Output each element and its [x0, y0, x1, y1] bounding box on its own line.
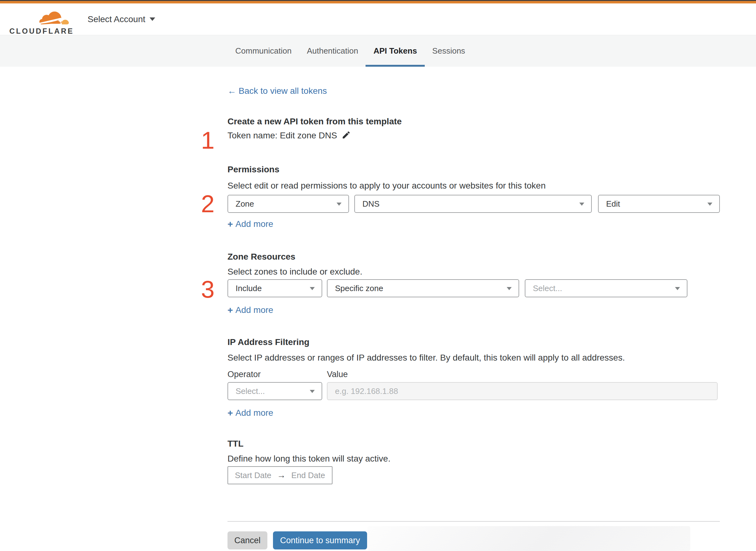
plus-icon: +: [227, 219, 233, 229]
date-range-picker[interactable]: Start Date → End Date: [227, 466, 332, 484]
back-link-label: Back to view all tokens: [239, 86, 327, 96]
start-date-placeholder: Start Date: [235, 471, 271, 480]
arrow-right-icon: →: [277, 470, 286, 480]
caret-down-icon: [707, 202, 712, 206]
nav-tabs-bar: Communication Authentication API Tokens …: [0, 35, 756, 67]
back-arrow-icon: ←: [227, 86, 236, 96]
dropdown-value: Zone: [235, 199, 254, 209]
account-selector-label: Select Account: [88, 14, 145, 24]
caret-down-icon: [310, 287, 315, 290]
dropdown-value: DNS: [362, 199, 380, 209]
account-selector[interactable]: Select Account: [88, 3, 155, 35]
permissions-heading: Permissions: [227, 164, 279, 174]
permissions-add-more-link[interactable]: + Add more: [227, 219, 273, 229]
zone-resources-add-more-link[interactable]: + Add more: [227, 305, 273, 316]
end-date-placeholder: End Date: [291, 471, 325, 480]
footer-shading: [368, 526, 690, 551]
ip-value-input[interactable]: [327, 382, 718, 400]
page: CLOUDFLARE Select Account Communication …: [0, 0, 756, 551]
cancel-button[interactable]: Cancel: [227, 531, 267, 549]
zone-resources-heading: Zone Resources: [227, 252, 295, 262]
ip-filtering-heading: IP Address Filtering: [227, 337, 309, 347]
zone-operator-dropdown[interactable]: Include: [227, 279, 322, 297]
template-title: Create a new API token from this templat…: [227, 116, 402, 126]
permissions-description: Select edit or read permissions to apply…: [227, 181, 546, 191]
zone-select-dropdown[interactable]: Select...: [525, 279, 687, 297]
add-more-label: Add more: [235, 408, 273, 418]
caret-down-icon: [579, 202, 584, 206]
dropdown-value: Specific zone: [335, 284, 383, 293]
zone-resources-description: Select zones to include or exclude.: [227, 267, 362, 277]
cloudflare-logo: CLOUDFLARE: [9, 7, 72, 35]
dropdown-value: Select...: [235, 387, 265, 396]
tab-sessions[interactable]: Sessions: [432, 35, 465, 67]
tab-label: Communication: [235, 46, 292, 56]
ip-filtering-add-more-link[interactable]: + Add more: [227, 408, 273, 418]
add-more-label: Add more: [235, 219, 273, 229]
dropdown-value: Include: [235, 284, 262, 293]
token-name-line: Token name: Edit zone DNS: [227, 130, 351, 140]
step-number-3: 3: [201, 277, 220, 302]
plus-icon: +: [227, 305, 233, 316]
nav-tabs: Communication Authentication API Tokens …: [235, 35, 465, 67]
tab-authentication[interactable]: Authentication: [307, 35, 358, 67]
permission-scope-dropdown[interactable]: Zone: [227, 195, 349, 213]
ttl-heading: TTL: [227, 439, 243, 449]
token-name-text: Token name: Edit zone DNS: [227, 131, 337, 140]
top-accent-bar: [0, 1, 756, 3]
caret-down-icon: [336, 202, 341, 206]
tab-label: API Tokens: [373, 46, 417, 56]
caret-down-icon: [310, 390, 315, 393]
zone-type-dropdown[interactable]: Specific zone: [327, 279, 519, 297]
permission-level-dropdown[interactable]: Edit: [598, 195, 720, 213]
dropdown-value: Edit: [606, 199, 620, 209]
step-number-2: 2: [201, 191, 220, 216]
ip-filtering-description: Select IP addresses or ranges of IP addr…: [227, 353, 625, 363]
chevron-down-icon: [150, 17, 155, 21]
plus-icon: +: [227, 408, 233, 418]
ip-operator-dropdown[interactable]: Select...: [227, 382, 322, 400]
cloudflare-cloud-icon: [38, 11, 69, 26]
back-link[interactable]: ← Back to view all tokens: [227, 86, 327, 96]
value-label: Value: [327, 370, 348, 379]
tab-communication[interactable]: Communication: [235, 35, 292, 67]
footer-divider: [227, 521, 720, 522]
caret-down-icon: [675, 287, 680, 290]
ttl-description: Define how long this token will stay act…: [227, 454, 391, 464]
tab-label: Authentication: [307, 46, 358, 56]
edit-pencil-icon[interactable]: [341, 130, 351, 140]
tab-label: Sessions: [432, 46, 465, 56]
cloudflare-wordmark: CLOUDFLARE: [9, 27, 74, 36]
caret-down-icon: [507, 287, 512, 290]
step-number-1: 1: [201, 128, 220, 153]
tab-api-tokens[interactable]: API Tokens: [373, 35, 417, 67]
permission-category-dropdown[interactable]: DNS: [354, 195, 592, 213]
continue-button[interactable]: Continue to summary: [273, 531, 367, 549]
header: CLOUDFLARE Select Account: [0, 3, 756, 35]
dropdown-value: Select...: [533, 284, 562, 293]
operator-label: Operator: [227, 370, 261, 379]
add-more-label: Add more: [235, 305, 273, 315]
